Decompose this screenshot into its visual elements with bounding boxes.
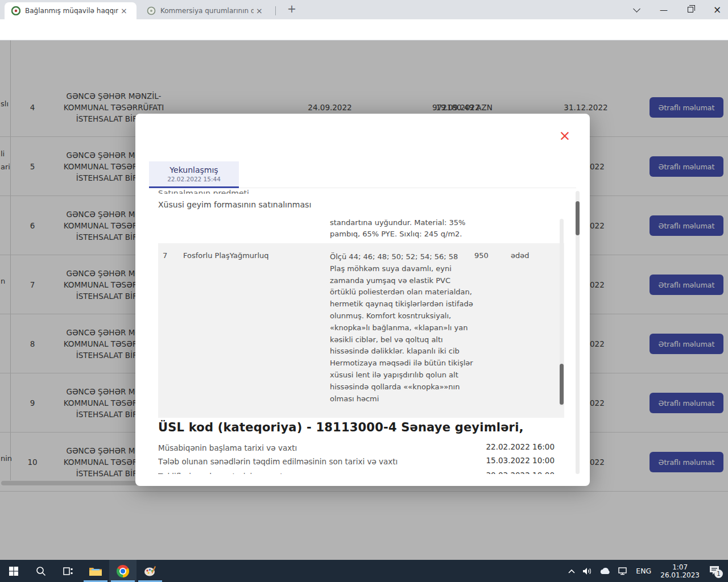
item-description: Ölçü 44; 46; 48; 50; 52; 54; 56; 58 Plaş… — [330, 251, 473, 405]
clock-time: 1:07 — [660, 563, 700, 571]
start-button[interactable] — [0, 560, 27, 582]
action-center-button[interactable]: 1 — [709, 565, 720, 577]
task-view-icon — [63, 566, 74, 577]
paint-taskbar-button[interactable] — [136, 560, 164, 582]
volume-icon[interactable] — [582, 567, 593, 575]
system-tray: ENG 1:07 26.01.2023 1 — [564, 560, 728, 582]
tender-meta-list: Müsabiqənin başlama tarixi və vaxtı 22.0… — [158, 442, 555, 474]
tender-details-modal: × Yekunlaşmış 22.02.2022 15:44 Satınalma… — [135, 114, 590, 486]
site-favicon-icon — [11, 6, 20, 15]
modal-scrollbar-thumb[interactable] — [576, 201, 580, 235]
item-number: 7 — [163, 251, 167, 260]
clipped-scrolled-text: Satınalmanın predmeti — [158, 189, 511, 194]
taskbar-clock[interactable]: 1:07 26.01.2023 — [660, 563, 700, 579]
browser-tab-inactive[interactable]: Kommersiya qurumlarının dövlət × — [140, 2, 272, 19]
browser-tab-active[interactable]: Bağlanmış müqavilə haqqında m × — [5, 2, 136, 19]
tab-datetime: 22.02.2022 15:44 — [149, 176, 239, 182]
item-unit: ədəd — [511, 251, 530, 260]
chrome-icon — [117, 565, 129, 577]
cpv-code-heading: ÜSL kod (kateqoriya) - 18113000-4 Sənaye… — [158, 421, 524, 434]
window-minimize-button[interactable]: — — [654, 0, 673, 19]
browser-toolbar: ← → ↻ etender.gov.az/media/contracts-reg… — [0, 19, 728, 40]
meta-value: 30.03.2022 10:00 — [486, 471, 555, 474]
meta-label: Müsabiqənin başlama tarixi və vaxtı — [158, 443, 297, 452]
item-row: 7 Fosforlu PlaşYağmurluq Ölçü 44; 46; 48… — [158, 243, 564, 418]
tab-close-icon[interactable]: × — [121, 6, 127, 15]
meta-label: Təkliflərin açılması tarixi və vaxtı — [158, 472, 285, 474]
onedrive-cloud-icon[interactable] — [599, 567, 611, 575]
procurement-subject: Xüsusi geyim formasının satınalınması — [158, 200, 311, 209]
modal-close-icon[interactable]: × — [556, 127, 573, 144]
windows-logo-icon — [9, 566, 19, 576]
meta-value: 22.02.2022 16:00 — [486, 442, 555, 451]
previous-item-description-tail: standartına uyğundur. Material: 35% pamb… — [330, 217, 477, 240]
meta-row: Tələb olunan sənədlərin təqdim edilməsin… — [158, 456, 555, 467]
tray-chevron-up-icon[interactable] — [568, 568, 576, 574]
chrome-taskbar-button[interactable] — [109, 560, 136, 582]
task-view-button[interactable] — [55, 560, 82, 582]
inner-scrollbar[interactable] — [560, 219, 564, 406]
tab-label: Yekunlaşmış — [149, 165, 239, 174]
tab-divider-line — [239, 188, 576, 188]
meta-row: Müsabiqənin başlama tarixi və vaxtı 22.0… — [158, 442, 555, 453]
window-restore-button[interactable] — [681, 0, 700, 19]
network-icon[interactable] — [618, 567, 628, 575]
desktop: Bağlanmış müqavilə haqqında m × Kommersi… — [0, 0, 728, 582]
folder-icon — [89, 566, 102, 577]
meta-value: 15.03.2022 10:00 — [486, 456, 555, 465]
clock-date: 26.01.2023 — [660, 571, 700, 579]
taskbar-search-button[interactable] — [27, 560, 55, 582]
search-icon — [35, 566, 47, 577]
site-favicon-icon — [147, 6, 156, 15]
window-close-button[interactable]: × — [708, 0, 727, 19]
windows-taskbar: ENG 1:07 26.01.2023 1 — [0, 560, 728, 582]
meta-row-clipped: Təkliflərin açılması tarixi və vaxtı 30.… — [158, 471, 555, 474]
new-tab-button[interactable]: + — [284, 2, 299, 15]
items-scroll-region[interactable]: standartına uyğundur. Material: 35% pamb… — [158, 216, 564, 418]
keyboard-language[interactable]: ENG — [636, 567, 651, 575]
meta-label: Tələb olunan sənədlərin təqdim edilməsin… — [158, 457, 398, 466]
item-quantity: 950 — [474, 251, 489, 260]
tab-title: Kommersiya qurumlarının dövlət — [160, 7, 254, 15]
item-name: Fosforlu PlaşYağmurluq — [183, 251, 322, 260]
window-menu-chevron-icon[interactable] — [627, 0, 646, 19]
paint-icon — [144, 566, 156, 577]
tab-yekunlasmis[interactable]: Yekunlaşmış 22.02.2022 15:44 — [149, 161, 239, 188]
tab-divider — [275, 6, 276, 15]
modal-scrollbar[interactable] — [576, 191, 580, 474]
file-explorer-button[interactable] — [82, 560, 109, 582]
browser-tab-strip: Bağlanmış müqavilə haqqında m × Kommersi… — [0, 0, 728, 19]
inner-scrollbar-thumb[interactable] — [560, 364, 564, 405]
tab-title: Bağlanmış müqavilə haqqında m — [25, 7, 118, 15]
notification-badge: 1 — [714, 569, 723, 578]
tab-close-icon[interactable]: × — [256, 6, 263, 15]
